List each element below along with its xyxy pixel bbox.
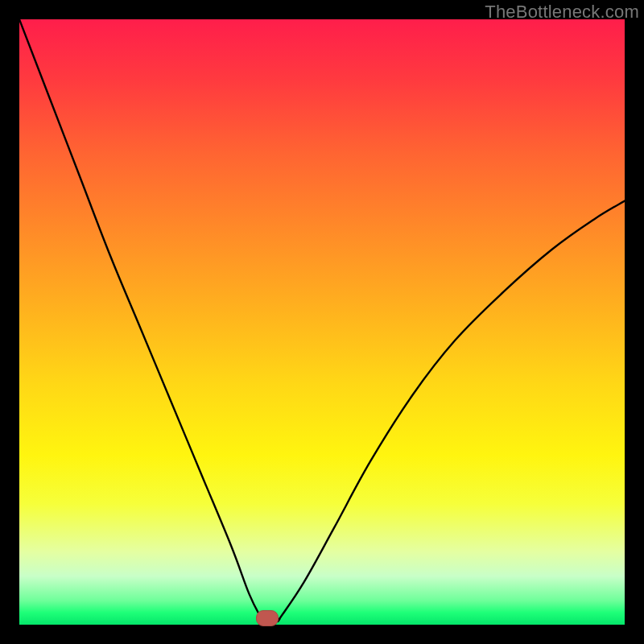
bottleneck-curve bbox=[19, 19, 625, 622]
plot-area bbox=[19, 19, 625, 625]
curve-svg bbox=[19, 19, 625, 625]
optimal-point-marker bbox=[256, 610, 279, 626]
chart-container: TheBottleneck.com bbox=[0, 0, 644, 644]
